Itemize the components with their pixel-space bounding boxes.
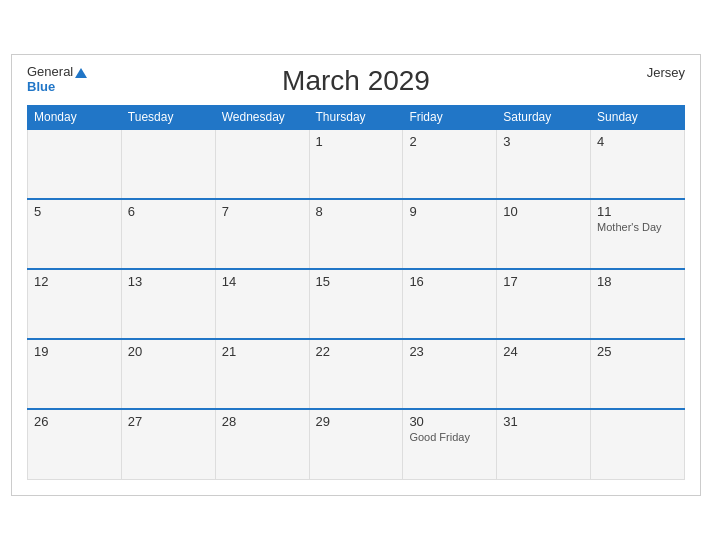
day-number: 23 [409,344,490,359]
logo: General Blue [27,65,87,94]
week-row-3: 12131415161718 [28,269,685,339]
col-wednesday: Wednesday [215,106,309,130]
day-cell: 28 [215,409,309,479]
logo-blue-text: Blue [27,80,87,94]
day-number: 21 [222,344,303,359]
day-number: 31 [503,414,584,429]
day-cell: 13 [121,269,215,339]
day-number: 10 [503,204,584,219]
col-saturday: Saturday [497,106,591,130]
day-cell: 21 [215,339,309,409]
day-number: 25 [597,344,678,359]
day-number: 22 [316,344,397,359]
day-cell: 22 [309,339,403,409]
day-number: 2 [409,134,490,149]
day-number: 7 [222,204,303,219]
day-cell: 7 [215,199,309,269]
day-cell: 4 [591,129,685,199]
col-friday: Friday [403,106,497,130]
day-cell: 12 [28,269,122,339]
day-cell: 5 [28,199,122,269]
col-tuesday: Tuesday [121,106,215,130]
day-number: 29 [316,414,397,429]
day-cell: 10 [497,199,591,269]
day-number: 9 [409,204,490,219]
day-cell: 18 [591,269,685,339]
day-number: 11 [597,204,678,219]
day-cell: 14 [215,269,309,339]
day-cell: 19 [28,339,122,409]
day-cell: 9 [403,199,497,269]
day-number: 12 [34,274,115,289]
col-monday: Monday [28,106,122,130]
logo-general-text: General [27,65,87,79]
day-cell: 30Good Friday [403,409,497,479]
logo-triangle-icon [75,68,87,78]
day-cell: 23 [403,339,497,409]
day-cell: 26 [28,409,122,479]
week-row-5: 2627282930Good Friday31 [28,409,685,479]
day-number: 8 [316,204,397,219]
day-cell: 31 [497,409,591,479]
day-number: 1 [316,134,397,149]
day-cell [591,409,685,479]
day-number: 18 [597,274,678,289]
calendar-header: General Blue March 2029 Jersey [27,65,685,97]
calendar-title: March 2029 [282,65,430,97]
day-number: 14 [222,274,303,289]
day-cell: 1 [309,129,403,199]
day-cell: 2 [403,129,497,199]
day-number: 17 [503,274,584,289]
calendar-table: Monday Tuesday Wednesday Thursday Friday… [27,105,685,480]
event-label: Mother's Day [597,221,678,233]
day-cell: 6 [121,199,215,269]
day-cell: 20 [121,339,215,409]
day-cell: 27 [121,409,215,479]
calendar-container: General Blue March 2029 Jersey Monday Tu… [11,54,701,496]
day-cell: 3 [497,129,591,199]
day-cell: 25 [591,339,685,409]
day-number: 24 [503,344,584,359]
weekday-header-row: Monday Tuesday Wednesday Thursday Friday… [28,106,685,130]
col-thursday: Thursday [309,106,403,130]
day-cell: 8 [309,199,403,269]
day-cell: 16 [403,269,497,339]
day-cell: 29 [309,409,403,479]
day-number: 4 [597,134,678,149]
day-cell: 11Mother's Day [591,199,685,269]
day-number: 19 [34,344,115,359]
event-label: Good Friday [409,431,490,443]
day-number: 16 [409,274,490,289]
day-cell [215,129,309,199]
day-cell: 24 [497,339,591,409]
day-number: 3 [503,134,584,149]
day-cell [121,129,215,199]
day-number: 26 [34,414,115,429]
day-number: 5 [34,204,115,219]
day-number: 28 [222,414,303,429]
week-row-4: 19202122232425 [28,339,685,409]
calendar-location: Jersey [647,65,685,80]
week-row-1: 1234 [28,129,685,199]
day-number: 15 [316,274,397,289]
day-number: 30 [409,414,490,429]
col-sunday: Sunday [591,106,685,130]
day-cell: 17 [497,269,591,339]
day-number: 13 [128,274,209,289]
day-cell [28,129,122,199]
day-number: 27 [128,414,209,429]
day-cell: 15 [309,269,403,339]
day-number: 6 [128,204,209,219]
week-row-2: 567891011Mother's Day [28,199,685,269]
day-number: 20 [128,344,209,359]
